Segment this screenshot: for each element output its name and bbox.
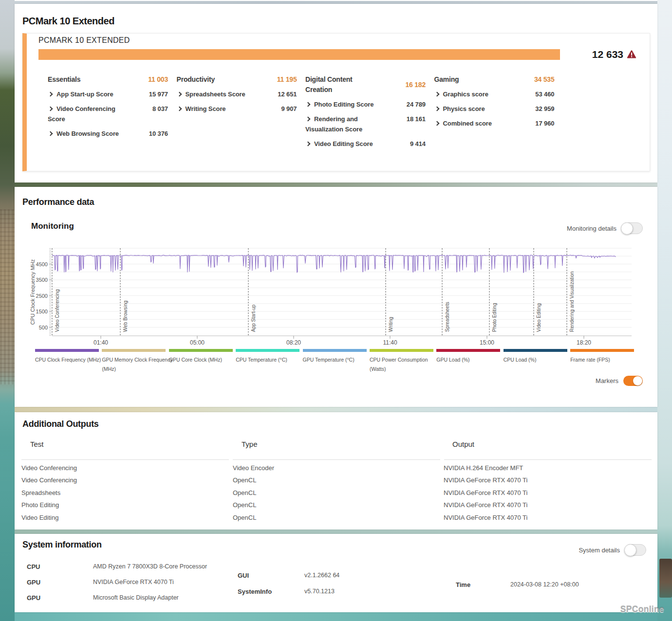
svg-text:4500: 4500 bbox=[36, 261, 48, 267]
svg-text:2500: 2500 bbox=[36, 293, 48, 299]
svg-text:1500: 1500 bbox=[36, 309, 48, 314]
svg-text:18:20: 18:20 bbox=[577, 339, 591, 346]
svg-text:Photo Editing: Photo Editing bbox=[492, 303, 497, 332]
svg-text:Video Conferencing: Video Conferencing bbox=[55, 289, 60, 332]
svg-text:01:40: 01:40 bbox=[93, 339, 108, 346]
svg-text:CPU Clock Frequency MHz: CPU Clock Frequency MHz bbox=[30, 259, 36, 325]
svg-text:Video Editing: Video Editing bbox=[536, 303, 541, 332]
svg-text:500: 500 bbox=[39, 325, 48, 330]
svg-text:Rendering and Visualization: Rendering and Visualization bbox=[569, 272, 575, 332]
svg-text:08:20: 08:20 bbox=[286, 339, 301, 346]
svg-text:Web Browsing: Web Browsing bbox=[123, 301, 128, 332]
svg-text:11:40: 11:40 bbox=[383, 339, 397, 346]
svg-text:App Start-up: App Start-up bbox=[251, 304, 256, 332]
svg-text:05:00: 05:00 bbox=[190, 339, 205, 346]
svg-text:3500: 3500 bbox=[36, 277, 48, 283]
svg-text:15:00: 15:00 bbox=[480, 339, 494, 346]
svg-text:Spreadsheets: Spreadsheets bbox=[445, 302, 450, 332]
svg-text:Writing: Writing bbox=[388, 317, 393, 332]
